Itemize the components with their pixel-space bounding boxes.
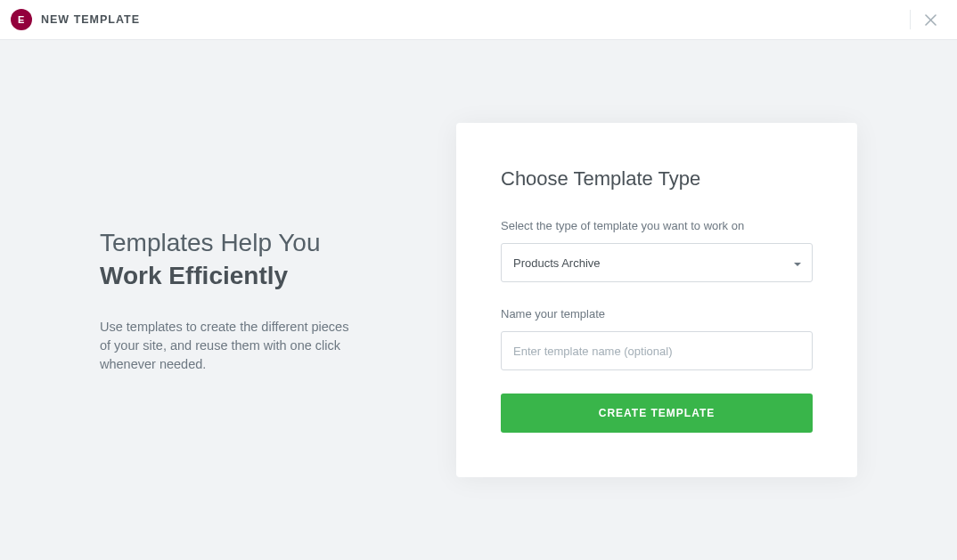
modal-title: NEW TEMPLATE <box>41 13 140 26</box>
intro-title-line1: Templates Help You <box>100 229 321 256</box>
header-left: E NEW TEMPLATE <box>11 9 140 30</box>
intro-heading: Templates Help You Work Efficiently <box>100 226 349 294</box>
form-card: Choose Template Type Select the type of … <box>456 123 857 477</box>
vertical-divider <box>910 10 911 29</box>
form-heading: Choose Template Type <box>501 167 813 191</box>
create-template-button[interactable]: CREATE TEMPLATE <box>501 394 813 433</box>
template-type-select[interactable]: Products Archive <box>501 243 813 282</box>
intro-column: Templates Help You Work Efficiently Use … <box>100 226 349 375</box>
template-type-select-wrap: Products Archive <box>501 243 813 282</box>
logo-letter: E <box>18 14 25 25</box>
intro-description: Use templates to create the different pi… <box>100 318 349 374</box>
header-right <box>910 10 937 29</box>
template-type-label: Select the type of template you want to … <box>501 219 813 232</box>
intro-title-line2: Work Efficiently <box>100 259 349 293</box>
modal-content: Templates Help You Work Efficiently Use … <box>0 40 957 560</box>
modal-header: E NEW TEMPLATE <box>0 0 957 40</box>
close-icon <box>925 14 937 26</box>
template-name-label: Name your template <box>501 307 813 321</box>
close-button[interactable] <box>923 12 937 27</box>
template-name-input[interactable] <box>501 331 813 370</box>
elementor-logo-icon: E <box>11 9 32 30</box>
